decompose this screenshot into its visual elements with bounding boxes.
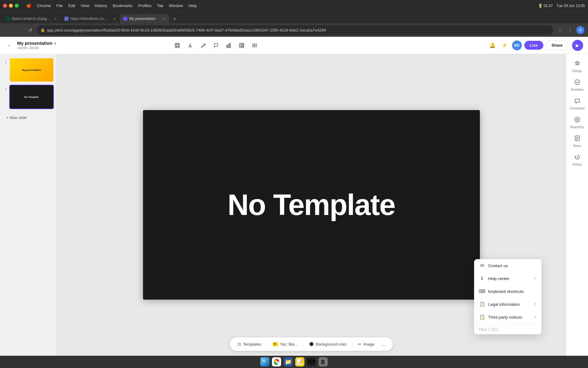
- tab-favicon-inbox: [64, 17, 69, 21]
- tab-favicon-django: [6, 17, 10, 21]
- browser-tab-pitch[interactable]: My presentation ×: [120, 14, 169, 23]
- minimize-window-button[interactable]: [9, 4, 13, 8]
- toolbar-draw-button[interactable]: [198, 40, 209, 51]
- sidebar-tool-design[interactable]: Design: [569, 58, 586, 75]
- help-keyboard-shortcuts[interactable]: ⌨ Keyboard shortcuts: [474, 285, 541, 298]
- sidebar-tool-reactions[interactable]: Reactions: [569, 114, 586, 131]
- tab-close-inbox[interactable]: ×: [112, 16, 117, 21]
- presentation-title: My presentation: [17, 40, 56, 46]
- toolbar-divider-3: [352, 341, 352, 347]
- address-bar[interactable]: 🔒 app.pitch.com/app/presentation/f5a9ad1…: [37, 25, 553, 35]
- help-legal-information[interactable]: 📋 Legal information ↗: [474, 298, 541, 311]
- slide-2-content: No Template: [23, 94, 40, 100]
- slide-thumbnail-2[interactable]: No Template: [9, 85, 54, 109]
- help-third-party-notices[interactable]: 📋 Third party notices ↗: [474, 311, 541, 324]
- menu-profiles[interactable]: Profiles: [136, 3, 153, 9]
- svg-point-16: [576, 119, 577, 120]
- background-color-swatch: [309, 342, 314, 347]
- svg-point-24: [276, 361, 277, 363]
- play-presentation-button[interactable]: ▶: [572, 40, 583, 51]
- tab-close-pitch[interactable]: ×: [161, 16, 166, 21]
- menu-window[interactable]: Window: [167, 3, 185, 9]
- yac-label: Yac: Bla...: [280, 342, 298, 347]
- back-button[interactable]: ‹: [4, 26, 12, 34]
- help-menu-divider: [474, 324, 541, 324]
- notifications-button[interactable]: 🔔: [488, 40, 497, 50]
- dock-notes[interactable]: 📝: [295, 357, 304, 366]
- toolbar-table-button[interactable]: [236, 40, 247, 51]
- reload-button[interactable]: ↺: [26, 26, 34, 34]
- main-content: 1 My presentation 2 No Template + New: [0, 54, 588, 356]
- header-actions: 🔔 ⚡ BD Live Share ▶: [488, 40, 583, 51]
- yac-button[interactable]: Y◦ Yac: Bla...: [269, 340, 302, 348]
- templates-icon: ⊡: [238, 342, 241, 347]
- sidebar-tool-comments[interactable]: Comments: [569, 95, 586, 113]
- dock-trash[interactable]: 🗑: [318, 357, 328, 366]
- menu-chrome[interactable]: Chrome: [35, 3, 53, 9]
- sidebar-tool-history[interactable]: History: [569, 151, 586, 169]
- sidebar-tool-notes[interactable]: Notes: [569, 132, 586, 150]
- svg-rect-8: [239, 43, 244, 48]
- sidebar-tool-workflow[interactable]: Workflow: [569, 76, 586, 94]
- dock-finder[interactable]: 🔍: [260, 357, 270, 366]
- menu-help[interactable]: Help: [187, 3, 199, 9]
- browser-tab-django[interactable]: Select email to change | Djang... ×: [2, 14, 61, 23]
- svg-rect-6: [228, 44, 229, 48]
- tab-bar: Select email to change | Djang... × http…: [0, 12, 588, 23]
- more-options-button[interactable]: …: [379, 339, 389, 349]
- menu-bookmarks[interactable]: Bookmarks: [111, 3, 135, 9]
- menu-view[interactable]: View: [79, 3, 92, 9]
- templates-button[interactable]: ⊡ Templates: [234, 340, 265, 348]
- dock-files[interactable]: 📁: [284, 357, 293, 366]
- image-button[interactable]: ✏ Image: [354, 340, 378, 348]
- history-icon: [574, 154, 581, 162]
- external-link-icon-third-party: ↗: [533, 315, 537, 319]
- toolbar-divider-1: [267, 341, 267, 347]
- browser-nav-bar: ‹ › ↺ 🔒 app.pitch.com/app/presentation/f…: [0, 23, 588, 37]
- background-color-button[interactable]: Background color: [305, 340, 350, 348]
- share-button[interactable]: Share: [546, 40, 568, 50]
- menu-file[interactable]: File: [54, 3, 65, 9]
- app-layout: ‹ My presentation James Jonas: [0, 37, 588, 356]
- live-button[interactable]: Live: [524, 41, 543, 50]
- legal-icon: 📋: [479, 301, 485, 307]
- close-window-button[interactable]: [3, 4, 7, 8]
- dock-terminal[interactable]: ⌨: [307, 357, 316, 366]
- tab-close-django[interactable]: ×: [53, 16, 58, 21]
- dock-chrome[interactable]: [272, 357, 281, 366]
- contact-icon: ✉: [479, 263, 485, 269]
- menu-apple[interactable]: 🍎: [24, 3, 33, 9]
- forward-button[interactable]: ›: [15, 26, 23, 34]
- user-avatar[interactable]: BD: [512, 40, 522, 50]
- slide-thumbnail-1[interactable]: My presentation: [9, 58, 54, 82]
- sidebar-toggle-button[interactable]: ‹: [5, 41, 13, 50]
- slide-item-2: 2 No Template: [2, 85, 54, 109]
- toolbar-download-button[interactable]: [185, 40, 196, 51]
- macos-clock: Tue 29 Jun 13:05: [556, 4, 585, 8]
- help-contact-us[interactable]: ✉ Contact us: [474, 259, 541, 272]
- menu-history[interactable]: History: [93, 3, 109, 9]
- toolbar-comment-button[interactable]: [210, 40, 221, 51]
- new-tab-button[interactable]: +: [170, 15, 179, 23]
- toolbar-frame-button[interactable]: [172, 40, 183, 51]
- menu-edit[interactable]: Edit: [66, 3, 77, 9]
- toolbar-media-button[interactable]: [249, 40, 260, 51]
- maximize-window-button[interactable]: [15, 4, 19, 8]
- browser-tab-inboxflows[interactable]: https://inboxflows.com/emails/... ×: [61, 14, 120, 23]
- menu-tab[interactable]: Tab: [155, 3, 165, 9]
- lightning-button[interactable]: ⚡: [500, 40, 510, 50]
- browser-profile-avatar[interactable]: S: [576, 26, 584, 34]
- presentation-title-dropdown[interactable]: [54, 40, 56, 46]
- presentation-canvas[interactable]: No Template: [143, 110, 480, 300]
- bookmark-button[interactable]: ☆: [556, 26, 564, 34]
- comments-label: Comments: [570, 107, 584, 110]
- help-help-center[interactable]: ℹ Help center ↗: [474, 272, 541, 285]
- browser-menu-button[interactable]: ⋮: [566, 26, 575, 34]
- macos-dock: 🔍 📁 📝 ⌨ 🗑: [0, 356, 588, 368]
- toolbar-chart-button[interactable]: [223, 40, 234, 51]
- canvas-area[interactable]: No Template ⊡ Templates Y◦ Yac: Bla... B…: [57, 54, 566, 356]
- new-slide-button[interactable]: + New slide: [2, 113, 54, 122]
- svg-point-14: [575, 80, 580, 85]
- slide-1-content: My presentation: [21, 67, 42, 73]
- presentation-title-area: My presentation James Jonas: [17, 40, 56, 50]
